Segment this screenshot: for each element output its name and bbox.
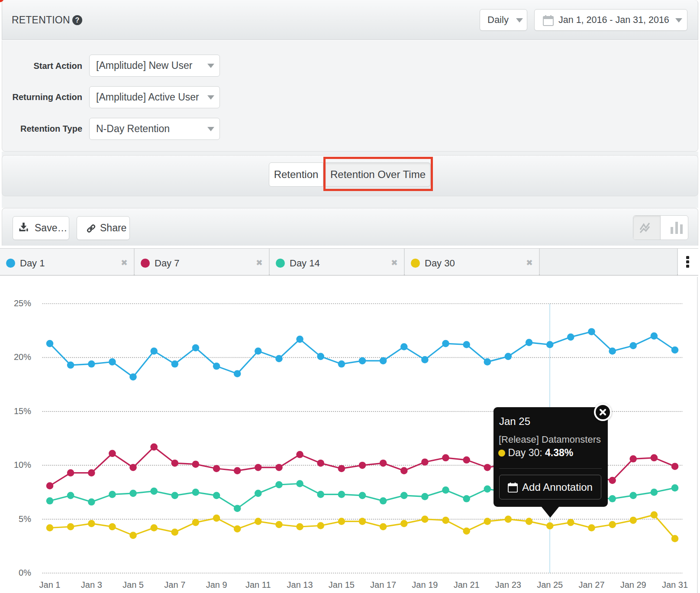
svg-text:Jan 11: Jan 11 (245, 580, 271, 590)
svg-text:Jan 13: Jan 13 (287, 580, 313, 590)
svg-text:Jan 25: Jan 25 (537, 580, 563, 590)
svg-text:Jan 15: Jan 15 (329, 580, 355, 590)
svg-text:Jan 17: Jan 17 (370, 580, 396, 590)
svg-text:10%: 10% (14, 460, 31, 470)
svg-text:Jan 1: Jan 1 (39, 580, 61, 590)
svg-text:Jan 29: Jan 29 (620, 580, 646, 590)
svg-text:5%: 5% (19, 514, 31, 524)
svg-text:20%: 20% (14, 352, 31, 362)
svg-text:Jan 3: Jan 3 (81, 580, 102, 590)
svg-text:Jan 19: Jan 19 (412, 580, 438, 590)
svg-text:Jan 21: Jan 21 (454, 580, 480, 590)
svg-text:Jan 27: Jan 27 (578, 580, 604, 590)
svg-text:Jan 7: Jan 7 (164, 580, 185, 590)
svg-text:25%: 25% (14, 298, 31, 308)
svg-text:Jan 9: Jan 9 (206, 580, 227, 590)
svg-text:0%: 0% (19, 568, 31, 577)
svg-text:15%: 15% (14, 406, 31, 416)
svg-text:Jan 23: Jan 23 (495, 580, 521, 590)
svg-text:Jan 5: Jan 5 (123, 580, 144, 590)
svg-text:Jan 31: Jan 31 (662, 580, 688, 590)
